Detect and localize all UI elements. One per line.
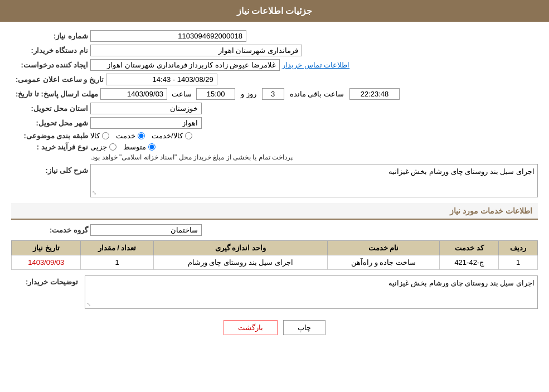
purchase-motevaset-radio[interactable] <box>148 143 156 151</box>
print-button[interactable]: چاپ <box>283 320 325 335</box>
reply-deadline-label: مهلت ارسال پاسخ: تا تاریخ: <box>16 90 98 98</box>
reply-time-label: ساعت <box>172 90 192 98</box>
col-unit: واحد اندازه گیری <box>153 241 327 255</box>
bottom-buttons: چاپ بازگشت <box>11 320 538 335</box>
page-header: جزئیات اطلاعات نیاز <box>0 0 549 22</box>
need-description-label: شرح کلی نیاز: <box>16 166 88 175</box>
category-khedmat-radio[interactable] <box>138 132 145 139</box>
category-option-kala[interactable]: کالا <box>90 132 109 140</box>
cell-row: 1 <box>499 255 538 270</box>
buyer-comments-label: توضیحات خریدار: <box>16 278 82 286</box>
resize-icon: ⤡ <box>92 190 96 196</box>
reply-remaining: 22:23:48 <box>349 88 400 100</box>
service-group-value: ساختمان <box>90 224 202 236</box>
need-number-label: شماره نیاز: <box>16 32 88 40</box>
purchase-type-label: نوع فرآیند خرید : <box>16 143 88 151</box>
province-value: خوزستان <box>90 103 202 114</box>
reply-remaining-label: ساعت باقی مانده <box>290 90 344 98</box>
services-table: ردیف کد خدمت نام خدمت واحد اندازه گیری ت… <box>11 240 538 270</box>
table-row: 1 چ-42-421 ساخت جاده و راه‌آهن اجرای سیل… <box>12 255 538 270</box>
back-button[interactable]: بازگشت <box>224 320 278 335</box>
cell-date: 1403/09/03 <box>12 255 81 270</box>
purchase-type-note: پرداخت تمام یا بخشی از مبلغ خریداز محل "… <box>90 153 293 161</box>
resize-icon-2: ⤡ <box>86 301 91 307</box>
services-section-title: اطلاعات خدمات مورد نیاز <box>11 203 538 220</box>
contact-link[interactable]: اطلاعات تماس خریدار <box>282 61 349 69</box>
creator-label: ایجاد کننده درخواست: <box>16 61 88 69</box>
buyer-comments-box: اجرای سیل بند روستای چای ورشام بخش غیزان… <box>85 275 538 309</box>
service-group-label: گروه خدمت: <box>16 226 88 234</box>
reply-date: 1403/09/03 <box>100 88 167 100</box>
category-kala-label: کالا <box>90 132 100 140</box>
need-description-box: اجرای سیل بند روستای چای ورشام بخش غیزان… <box>90 164 538 197</box>
category-option-kala-khedmat[interactable]: کالا/خدمت <box>152 132 192 140</box>
category-kala-radio[interactable] <box>102 132 109 139</box>
category-kala-khedmat-radio[interactable] <box>185 132 192 139</box>
category-khedmat-label: خدمت <box>116 132 135 140</box>
reply-days: 3 <box>262 88 284 100</box>
province-label: استان محل تحویل: <box>16 104 88 113</box>
purchase-jozi-label: جزیی <box>90 143 107 151</box>
purchase-type-motevaset[interactable]: متوسط <box>123 143 156 151</box>
category-radio-group: کالا خدمت کالا/خدمت <box>90 132 192 140</box>
reply-days-label: روز و <box>241 90 256 98</box>
category-option-khedmat[interactable]: خدمت <box>116 132 145 140</box>
cell-service-name: ساخت جاده و راه‌آهن <box>327 255 439 270</box>
need-description-value: اجرای سیل بند روستای چای ورشام بخش غیزان… <box>388 167 535 176</box>
city-label: شهر محل تحویل: <box>16 119 88 127</box>
purchase-type-jozi[interactable]: جزیی <box>90 143 116 151</box>
cell-service-code: چ-42-421 <box>440 255 499 270</box>
announce-date-value: 1403/08/29 - 14:43 <box>106 74 217 85</box>
col-date: تاریخ نیاز <box>12 241 81 255</box>
cell-unit: اجرای سیل بند روستای چای ورشام <box>153 255 327 270</box>
page-title: جزئیات اطلاعات نیاز <box>237 6 313 16</box>
buyer-name-label: نام دستگاه خریدار: <box>16 46 88 55</box>
col-service-code: کد خدمت <box>440 241 499 255</box>
col-quantity: تعداد / مقدار <box>81 241 153 255</box>
city-value: اهواز <box>90 117 202 129</box>
category-kala-khedmat-label: کالا/خدمت <box>152 132 183 140</box>
purchase-jozi-radio[interactable] <box>109 143 116 151</box>
category-label: طبقه بندی موضوعی: <box>16 132 88 140</box>
announce-date-label: تاریخ و ساعت اعلان عمومی: <box>16 75 104 84</box>
need-number-value: 1103094692000018 <box>90 30 246 42</box>
purchase-type-radio-group: جزیی متوسط <box>90 143 156 151</box>
purchase-motevaset-label: متوسط <box>123 143 146 151</box>
buyer-comments-value: اجرای سیل بند روستای چای ورشام بخش غیزان… <box>388 279 535 287</box>
creator-value: غلامرضا عیوض زاده کاربرداز فرمانداری شهر… <box>90 59 280 71</box>
col-row: ردیف <box>499 241 538 255</box>
reply-time: 15:00 <box>196 88 235 100</box>
buyer-name-value: فرمانداری شهرستان اهواز <box>90 45 302 56</box>
cell-quantity: 1 <box>81 255 153 270</box>
col-service-name: نام خدمت <box>327 241 439 255</box>
